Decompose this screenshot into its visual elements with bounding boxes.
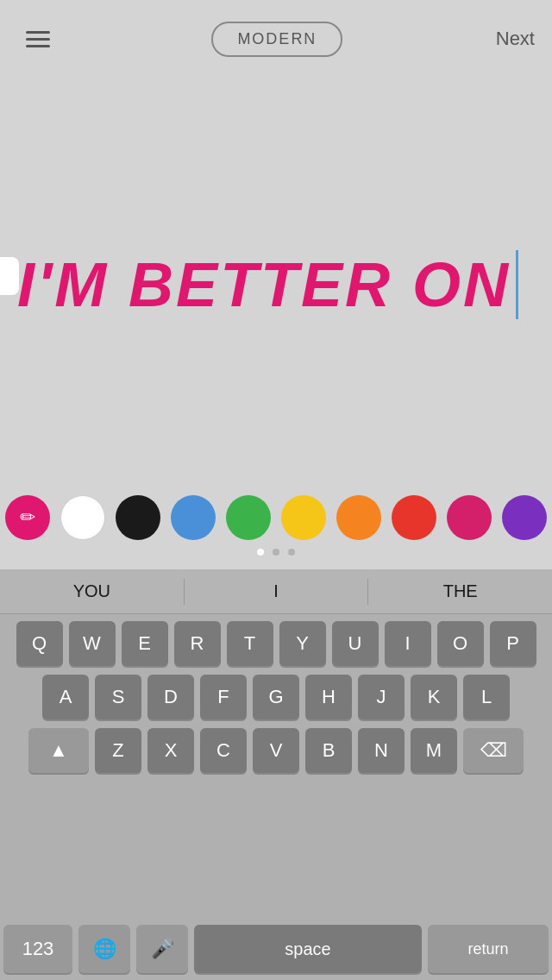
color-eyedropper[interactable]: ✏	[5, 495, 50, 540]
numbers-label: 123	[22, 938, 54, 960]
color-orange[interactable]	[336, 495, 381, 540]
canvas-area: I'M BETTER ON	[0, 78, 552, 474]
mic-icon: 🎤	[151, 938, 174, 960]
menu-button[interactable]	[17, 22, 59, 56]
key-p[interactable]: P	[490, 621, 536, 666]
space-label: space	[285, 939, 330, 959]
color-red[interactable]	[392, 495, 436, 540]
numbers-key[interactable]: 123	[3, 925, 72, 973]
color-purple[interactable]	[502, 495, 547, 540]
key-s[interactable]: S	[95, 675, 141, 719]
delete-icon: ⌫	[480, 739, 507, 762]
color-white[interactable]	[60, 495, 105, 540]
key-d[interactable]: D	[147, 675, 194, 719]
page-dot-3	[288, 549, 295, 556]
return-key[interactable]: return	[428, 925, 549, 973]
color-green[interactable]	[226, 495, 271, 540]
text-display: I'M BETTER ON	[17, 249, 518, 320]
shift-icon: ▲	[49, 739, 68, 762]
predictive-bar: YOU I THE	[0, 569, 552, 614]
keyboard: YOU I THE Q W E R T Y U I O P A S D F G …	[0, 569, 552, 980]
key-a[interactable]: A	[42, 675, 89, 719]
predictive-word-1[interactable]: YOU	[0, 581, 184, 601]
key-q[interactable]: Q	[16, 621, 63, 666]
page-dots	[257, 549, 295, 556]
key-row-3: ▲ Z X C V B N M ⌫	[3, 728, 549, 773]
canvas-text: I'M BETTER ON	[17, 249, 511, 320]
key-rows: Q W E R T Y U I O P A S D F G H J K L ▲	[0, 614, 552, 925]
globe-key[interactable]: 🌐	[78, 925, 130, 973]
key-n[interactable]: N	[358, 728, 405, 773]
key-row-2: A S D F G H J K L	[3, 675, 549, 719]
key-w[interactable]: W	[69, 621, 116, 666]
page-dot-2	[273, 549, 279, 556]
key-j[interactable]: J	[358, 675, 405, 719]
return-label: return	[467, 940, 508, 958]
globe-icon: 🌐	[93, 938, 116, 960]
predictive-word-3[interactable]: THE	[368, 581, 552, 601]
predictive-word-2[interactable]: I	[185, 581, 368, 601]
key-i[interactable]: I	[385, 621, 431, 666]
eyedropper-icon: ✏	[20, 506, 35, 529]
next-button[interactable]: Next	[496, 28, 535, 50]
key-b[interactable]: B	[305, 728, 352, 773]
key-z[interactable]: Z	[95, 728, 141, 773]
style-label: MODERN	[237, 30, 317, 47]
key-x[interactable]: X	[147, 728, 194, 773]
key-c[interactable]: C	[200, 728, 247, 773]
key-m[interactable]: M	[411, 728, 457, 773]
color-pink[interactable]	[447, 495, 492, 540]
color-yellow[interactable]	[281, 495, 326, 540]
key-h[interactable]: H	[305, 675, 352, 719]
key-y[interactable]: Y	[279, 621, 326, 666]
color-picker-area: ✏	[0, 474, 552, 569]
shift-key[interactable]: ▲	[28, 728, 89, 773]
space-key[interactable]: space	[194, 925, 422, 973]
key-g[interactable]: G	[253, 675, 299, 719]
key-o[interactable]: O	[437, 621, 484, 666]
page-dot-1	[257, 549, 264, 556]
color-row: ✏	[0, 495, 552, 540]
text-cursor	[516, 250, 518, 319]
key-row-1: Q W E R T Y U I O P	[3, 621, 549, 666]
key-l[interactable]: L	[463, 675, 510, 719]
key-k[interactable]: K	[411, 675, 457, 719]
key-v[interactable]: V	[253, 728, 299, 773]
mic-key[interactable]: 🎤	[136, 925, 188, 973]
delete-key[interactable]: ⌫	[463, 728, 524, 773]
key-u[interactable]: U	[332, 621, 379, 666]
bottom-row: 123 🌐 🎤 space return	[0, 925, 552, 980]
color-black[interactable]	[116, 495, 160, 540]
header: MODERN Next	[0, 0, 552, 78]
key-t[interactable]: T	[227, 621, 273, 666]
color-blue[interactable]	[171, 495, 216, 540]
style-badge[interactable]: MODERN	[211, 22, 342, 57]
key-e[interactable]: E	[122, 621, 168, 666]
key-f[interactable]: F	[200, 675, 247, 719]
drag-handle[interactable]	[0, 257, 19, 295]
key-r[interactable]: R	[174, 621, 221, 666]
